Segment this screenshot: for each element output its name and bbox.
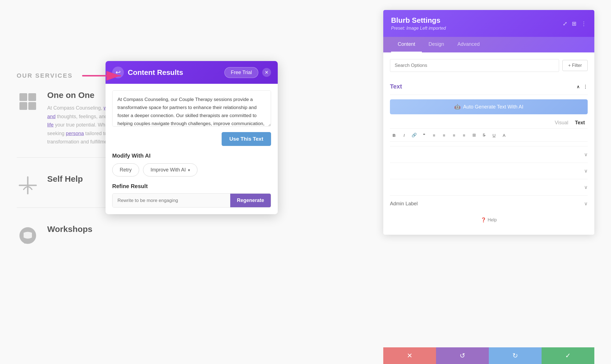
chevron-down-icon-1: ∨ bbox=[584, 151, 588, 158]
align-justify-icon[interactable]: ≡ bbox=[460, 131, 468, 139]
modify-section: Modify With AI Retry Improve With AI ▾ bbox=[112, 153, 271, 176]
improve-with-ai-button[interactable]: Improve With AI ▾ bbox=[143, 163, 197, 176]
accordion-item-3[interactable]: ∨ bbox=[390, 179, 588, 195]
link-icon[interactable]: 🔗 bbox=[410, 131, 418, 139]
self-help-icon bbox=[17, 174, 39, 196]
accordion-item-1[interactable]: ∨ bbox=[390, 146, 588, 163]
modify-title: Modify With AI bbox=[112, 153, 271, 159]
strikethrough-icon[interactable]: S̶ bbox=[480, 131, 488, 139]
retry-button[interactable]: Retry bbox=[112, 163, 139, 176]
text-section-title: Text bbox=[390, 83, 402, 90]
chevron-down-icon: ▾ bbox=[188, 168, 190, 172]
expand-icon[interactable]: ⤢ bbox=[563, 20, 567, 27]
modal-body: At Compass Counseling, our Couple Therap… bbox=[106, 84, 278, 214]
tab-content[interactable]: Content bbox=[391, 37, 422, 52]
panel-header-icons: ⤢ ⊞ ⋮ bbox=[563, 20, 587, 27]
accordion-item-2[interactable]: ∨ bbox=[390, 163, 588, 179]
cancel-button[interactable]: ✕ bbox=[383, 347, 436, 364]
toggle-visual[interactable]: Visual bbox=[555, 120, 569, 126]
filter-button[interactable]: + Filter bbox=[562, 60, 588, 71]
modify-buttons: Retry Improve With AI ▾ bbox=[112, 163, 271, 176]
free-trial-badge[interactable]: Free Trial bbox=[224, 67, 258, 78]
chevron-down-icon-admin: ∨ bbox=[584, 201, 588, 207]
bold-icon[interactable]: B bbox=[390, 131, 398, 139]
workshops-title: Workshops bbox=[47, 224, 92, 234]
admin-label-text: Admin Label bbox=[390, 201, 418, 207]
content-textarea[interactable]: At Compass Counseling, our Couple Therap… bbox=[112, 90, 271, 127]
content-results-modal: ↩ Content Results Free Trial × At Compas… bbox=[106, 61, 278, 214]
workshops-icon bbox=[17, 224, 39, 247]
self-help-title: Self Help bbox=[47, 174, 83, 184]
text-section-header: Text ∧ ⋮ bbox=[390, 79, 588, 95]
undo-button[interactable]: ↺ bbox=[436, 347, 489, 364]
ai-generate-button[interactable]: 🤖 Auto Generate Text With AI bbox=[390, 99, 588, 114]
search-input[interactable] bbox=[390, 59, 559, 72]
save-button[interactable]: ✓ bbox=[542, 347, 594, 364]
refine-row: Regenerate bbox=[112, 193, 271, 208]
help-row[interactable]: ❓ Help bbox=[390, 212, 588, 228]
svg-rect-1 bbox=[28, 93, 36, 101]
chevron-down-icon-2: ∨ bbox=[584, 168, 588, 174]
quote-icon[interactable]: ❝ bbox=[420, 131, 428, 139]
workshops-content: Workshops bbox=[47, 224, 92, 238]
text-section-icons: ∧ ⋮ bbox=[577, 84, 588, 89]
admin-label-section[interactable]: Admin Label ∨ bbox=[390, 195, 588, 212]
editor-toolbar: B I 🔗 ❝ ≡ ≡ ≡ ≡ ⊞ S̶ U A bbox=[390, 128, 588, 142]
modal-header-right: Free Trial × bbox=[224, 67, 271, 78]
modal-header: ↩ Content Results Free Trial × bbox=[106, 61, 278, 84]
search-row: + Filter bbox=[390, 59, 588, 72]
panel-body: + Filter Text ∧ ⋮ 🤖 Auto Generate Text W… bbox=[383, 52, 594, 235]
arrow-indicator bbox=[80, 69, 124, 83]
close-button[interactable]: × bbox=[262, 68, 271, 77]
underline-icon[interactable]: U bbox=[490, 131, 498, 139]
panel-header: Blurb Settings Preset: Image Left import… bbox=[383, 10, 594, 37]
svg-rect-2 bbox=[19, 102, 27, 110]
panel-tabs: Content Design Advanced bbox=[383, 37, 594, 52]
svg-rect-0 bbox=[19, 93, 27, 101]
visual-text-toggle: Visual Text bbox=[390, 120, 588, 126]
self-help-content: Self Help bbox=[47, 174, 83, 188]
font-color-icon[interactable]: A bbox=[500, 131, 508, 139]
panel-title: Blurb Settings bbox=[391, 16, 446, 25]
bottom-action-bar: ✕ ↺ ↻ ✓ bbox=[383, 347, 594, 364]
italic-icon[interactable]: I bbox=[400, 131, 408, 139]
tab-design[interactable]: Design bbox=[422, 37, 451, 52]
panel-header-left: Blurb Settings Preset: Image Left import… bbox=[391, 16, 446, 31]
refine-input[interactable] bbox=[112, 194, 230, 207]
more-icon[interactable]: ⋮ bbox=[581, 20, 587, 27]
tab-advanced[interactable]: Advanced bbox=[451, 37, 486, 52]
align-left-icon[interactable]: ≡ bbox=[430, 131, 438, 139]
service-item-workshops: Workshops bbox=[17, 224, 206, 258]
more-options-icon[interactable]: ⋮ bbox=[583, 84, 588, 89]
ai-icon: 🤖 bbox=[454, 104, 460, 110]
refine-title: Refine Result bbox=[112, 183, 271, 189]
use-this-text-button[interactable]: Use This Text bbox=[222, 132, 271, 146]
align-center-icon[interactable]: ≡ bbox=[440, 131, 448, 139]
svg-rect-3 bbox=[28, 102, 36, 110]
panel-preset: Preset: Image Left imported bbox=[391, 26, 446, 31]
regenerate-button[interactable]: Regenerate bbox=[230, 194, 271, 207]
refine-section: Refine Result Regenerate bbox=[112, 183, 271, 208]
chevron-down-icon-3: ∨ bbox=[584, 184, 588, 190]
blurb-settings-panel: Blurb Settings Preset: Image Left import… bbox=[383, 10, 594, 235]
svg-point-7 bbox=[24, 241, 26, 244]
redo-button[interactable]: ↻ bbox=[489, 347, 542, 364]
align-right-icon[interactable]: ≡ bbox=[450, 131, 458, 139]
toggle-text[interactable]: Text bbox=[575, 120, 585, 126]
modal-title: Content Results bbox=[128, 68, 183, 77]
table-icon[interactable]: ⊞ bbox=[470, 131, 478, 139]
columns-icon[interactable]: ⊞ bbox=[572, 20, 577, 27]
chevron-up-icon[interactable]: ∧ bbox=[577, 84, 580, 89]
one-on-one-icon bbox=[17, 90, 39, 113]
